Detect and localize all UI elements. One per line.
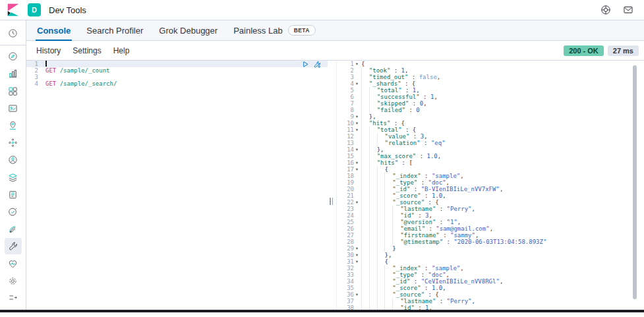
response-line: 19"_type" : "doc", [337,179,644,186]
response-line: 5"total" : 1, [337,87,644,94]
newsfeed-icon[interactable] [623,5,633,15]
response-line: 24"id" : 3, [337,212,644,219]
response-line: 21"_score" : 1.0, [337,192,644,199]
console-split: 12GET /sample/_count34GET /sample/_searc… [26,61,644,310]
collapse-nav-icon[interactable] [5,289,22,306]
response-line: 36▾"_source" : { [337,291,644,298]
tab-painless-lab[interactable]: Painless LabBETA [225,20,324,40]
top-header: D Dev Tools [0,0,644,20]
response-line: 25"@version" : "1", [337,219,644,225]
dashboard-icon[interactable] [5,83,22,100]
maps-icon[interactable] [5,117,22,134]
resize-grip-icon[interactable] [330,198,333,205]
fold-toggle-icon[interactable]: ▾ [354,258,360,265]
fold-toggle-icon[interactable]: ▾ [354,245,360,252]
kibana-logo[interactable] [6,3,20,17]
response-line: 22▾"_source" : { [337,199,644,206]
send-request-icon[interactable] [302,61,309,68]
response-output[interactable]: 1▾{2"took" : 1,3"timed_out" : false,4▾"_… [336,61,644,310]
response-line: 13"relation" : "eq" [337,140,644,146]
console-toolbar: HistorySettingsHelp 200 - OK 27 ms [26,41,644,61]
fold-toggle-icon[interactable]: ▾ [354,113,360,120]
apm-icon[interactable] [5,221,22,237]
fold-spacer [354,179,360,186]
tab-grok-debugger[interactable]: Grok Debugger [151,20,225,40]
request-line: 3 [26,74,328,80]
request-line: 4GET /sample/_search/ [26,80,328,87]
page-title: Dev Tools [49,5,86,15]
response-line: 17▾{ [337,166,644,173]
response-line: 23"lastname" : "Perry", [337,206,644,212]
response-line: 37"lastname" : "Perry", [337,298,644,304]
response-line: 30▾}, [337,252,644,258]
machine-learning-icon[interactable] [5,134,22,151]
graph-icon[interactable] [5,152,22,168]
request-editor[interactable]: 12GET /sample/_count34GET /sample/_searc… [26,61,328,310]
fold-spacer [354,74,360,80]
response-line: 28"@timestamp" : "2020-06-03T13:04:58.89… [337,239,644,245]
response-scrollbar-thumb[interactable] [633,65,637,299]
console-menu-settings[interactable]: Settings [67,46,107,55]
request-options-wrench-icon[interactable] [313,61,321,69]
fold-toggle-icon[interactable]: ▾ [354,199,360,206]
fold-spacer [354,239,360,245]
fold-toggle-icon[interactable]: ▾ [354,61,360,67]
fold-toggle-icon[interactable]: ▾ [354,146,360,153]
fold-toggle-icon[interactable]: ▾ [354,252,360,258]
fold-spacer [354,298,360,304]
console-menu-history[interactable]: History [30,46,67,55]
discover-icon[interactable] [5,48,22,65]
response-line: 26"email" : "sam@gmail.com", [337,225,644,232]
dev-tools-icon[interactable] [5,238,22,254]
fold-spacer [354,186,360,192]
response-line: 34"_id" : "CeVIenIBIiLe_nVV8RGl", [337,278,644,285]
fold-spacer [354,206,360,212]
response-line: 6"successful" : 1, [337,94,644,100]
management-icon[interactable] [5,273,22,289]
response-line: 1▾{ [337,61,644,67]
response-line: 31▾{ [337,258,644,265]
fold-toggle-icon[interactable]: ▾ [354,166,360,173]
fold-spacer [354,278,360,285]
fold-spacer [354,232,360,239]
fold-spacer [354,219,360,225]
response-line: 15"max_score" : 1.0, [337,153,644,159]
response-line: 8"failed" : 0 [337,107,644,113]
response-line: 14▾}, [337,146,644,153]
response-line: 3"timed_out" : false, [337,74,644,80]
fold-toggle-icon[interactable]: ▾ [354,80,360,87]
fold-spacer [354,67,360,74]
response-line: 7"skipped" : 0, [337,100,644,107]
response-line: 18"_index" : "sample", [337,173,644,179]
fold-spacer [354,140,360,146]
canvas-icon[interactable] [5,100,22,117]
uptime-icon[interactable] [5,204,22,220]
fold-toggle-icon[interactable]: ▾ [354,291,360,298]
fold-spacer [354,133,360,140]
tab-label: Console [37,26,71,36]
recently-viewed-icon[interactable] [5,25,22,42]
response-line: 4▾"_shards" : { [337,80,644,87]
metrics-icon[interactable] [5,169,22,185]
tab-search-profiler[interactable]: Search Profiler [78,20,151,40]
dev-tools-tabs: ConsoleSearch ProfilerGrok DebuggerPainl… [26,20,644,41]
help-icon[interactable] [600,5,611,15]
fold-toggle-icon[interactable]: ▾ [354,120,360,127]
fold-spacer [354,87,360,94]
response-line: 29▾} [337,245,644,252]
response-line: 38"id" : 1, [337,304,644,310]
response-line: 16▾"hits" : [ [337,159,644,166]
panel-resize-handle[interactable] [328,61,336,310]
logs-icon[interactable] [5,187,22,203]
fold-spacer [354,94,360,100]
console-menu-help[interactable]: Help [107,46,136,55]
beta-badge: BETA [288,25,316,36]
tab-console[interactable]: Console [29,20,78,40]
fold-toggle-icon[interactable]: ▾ [354,127,360,133]
text-cursor [45,61,47,67]
visualize-icon[interactable] [5,65,22,82]
fold-toggle-icon[interactable]: ▾ [354,159,360,166]
tab-label: Grok Debugger [159,26,218,36]
stack-monitoring-icon[interactable] [5,255,22,272]
dev-tools-badge[interactable]: D [28,3,41,16]
